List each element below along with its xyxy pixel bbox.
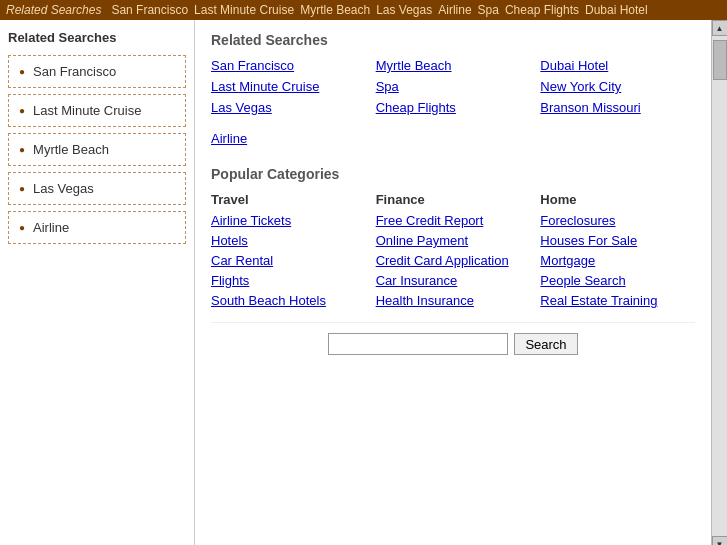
rs-link-col3-0[interactable]: Dubai Hotel: [540, 58, 695, 73]
topbar-link-5[interactable]: Spa: [478, 3, 499, 17]
cat-travel-link-4[interactable]: South Beach Hotels: [211, 293, 366, 308]
sidebar-item-label-3: Las Vegas: [33, 181, 94, 196]
rs-link-col2-1[interactable]: Spa: [376, 79, 531, 94]
cat-finance-link-2[interactable]: Credit Card Application: [376, 253, 531, 268]
sidebar-item-0[interactable]: ● San Francisco: [8, 55, 186, 88]
cat-travel-link-1[interactable]: Hotels: [211, 233, 366, 248]
top-bar-label: Related Searches: [6, 3, 101, 17]
cat-finance-link-0[interactable]: Free Credit Report: [376, 213, 531, 228]
topbar-link-7[interactable]: Dubai Hotel: [585, 3, 648, 17]
rs-link-col2-2[interactable]: Cheap Flights: [376, 100, 531, 115]
topbar-link-6[interactable]: Cheap Flights: [505, 3, 579, 17]
cat-links-finance: Free Credit Report Online Payment Credit…: [376, 213, 531, 308]
sidebar-item-4[interactable]: ● Airline: [8, 211, 186, 244]
sidebar-item-label-0: San Francisco: [33, 64, 116, 79]
cat-finance-link-3[interactable]: Car Insurance: [376, 273, 531, 288]
sidebar-item-label-4: Airline: [33, 220, 69, 235]
rs-link-col1-2[interactable]: Las Vegas: [211, 100, 366, 115]
sidebar-item-2[interactable]: ● Myrtle Beach: [8, 133, 186, 166]
cat-finance-link-4[interactable]: Health Insurance: [376, 293, 531, 308]
bullet-icon-4: ●: [19, 222, 25, 233]
bullet-icon-3: ●: [19, 183, 25, 194]
scrollbar: ▲ ▼: [711, 20, 727, 545]
topbar-link-3[interactable]: Las Vegas: [376, 3, 432, 17]
cat-finance-link-1[interactable]: Online Payment: [376, 233, 531, 248]
cat-home-link-1[interactable]: Houses For Sale: [540, 233, 695, 248]
cat-home-link-0[interactable]: Foreclosures: [540, 213, 695, 228]
cat-travel-link-0[interactable]: Airline Tickets: [211, 213, 366, 228]
bullet-icon-1: ●: [19, 105, 25, 116]
search-button[interactable]: Search: [514, 333, 577, 355]
cat-header-home: Home: [540, 192, 695, 207]
cat-home-link-4[interactable]: Real Estate Training: [540, 293, 695, 308]
sidebar-item-label-2: Myrtle Beach: [33, 142, 109, 157]
cat-home-link-3[interactable]: People Search: [540, 273, 695, 288]
cat-links-travel: Airline Tickets Hotels Car Rental Flight…: [211, 213, 366, 308]
category-home: Home Foreclosures Houses For Sale Mortga…: [540, 192, 695, 308]
search-input[interactable]: [328, 333, 508, 355]
cat-travel-link-3[interactable]: Flights: [211, 273, 366, 288]
scroll-up-button[interactable]: ▲: [712, 20, 728, 36]
rs-airline-link-wrapper: Airline: [211, 131, 695, 146]
categories-grid: Travel Airline Tickets Hotels Car Rental…: [211, 192, 695, 308]
related-searches-grid: San Francisco Myrtle Beach Dubai Hotel L…: [211, 58, 695, 115]
rs-link-col3-2[interactable]: Branson Missouri: [540, 100, 695, 115]
related-searches-section: Related Searches San Francisco Myrtle Be…: [211, 32, 695, 146]
search-bar: Search: [211, 322, 695, 361]
cat-links-home: Foreclosures Houses For Sale Mortgage Pe…: [540, 213, 695, 308]
rs-extra-link[interactable]: Airline: [211, 131, 247, 146]
sidebar-title: Related Searches: [8, 30, 186, 45]
top-bar: Related Searches San Francisco Last Minu…: [0, 0, 727, 20]
rs-link-col3-1[interactable]: New York City: [540, 79, 695, 94]
rs-link-col2-0[interactable]: Myrtle Beach: [376, 58, 531, 73]
rs-link-col1-0[interactable]: San Francisco: [211, 58, 366, 73]
cat-travel-link-2[interactable]: Car Rental: [211, 253, 366, 268]
sidebar-item-label-1: Last Minute Cruise: [33, 103, 141, 118]
popular-categories-section: Popular Categories Travel Airline Ticket…: [211, 166, 695, 361]
related-searches-title: Related Searches: [211, 32, 695, 48]
topbar-link-4[interactable]: Airline: [438, 3, 471, 17]
rs-link-col1-1[interactable]: Last Minute Cruise: [211, 79, 366, 94]
category-finance: Finance Free Credit Report Online Paymen…: [376, 192, 531, 308]
topbar-link-0[interactable]: San Francisco: [111, 3, 188, 17]
scroll-down-button[interactable]: ▼: [712, 536, 728, 545]
cat-header-travel: Travel: [211, 192, 366, 207]
popular-categories-title: Popular Categories: [211, 166, 695, 182]
bullet-icon-2: ●: [19, 144, 25, 155]
topbar-link-2[interactable]: Myrtle Beach: [300, 3, 370, 17]
cat-home-link-2[interactable]: Mortgage: [540, 253, 695, 268]
bullet-icon-0: ●: [19, 66, 25, 77]
sidebar: Related Searches ● San Francisco ● Last …: [0, 20, 195, 545]
category-travel: Travel Airline Tickets Hotels Car Rental…: [211, 192, 366, 308]
sidebar-item-3[interactable]: ● Las Vegas: [8, 172, 186, 205]
topbar-link-1[interactable]: Last Minute Cruise: [194, 3, 294, 17]
cat-header-finance: Finance: [376, 192, 531, 207]
scroll-thumb[interactable]: [713, 40, 727, 80]
sidebar-item-1[interactable]: ● Last Minute Cruise: [8, 94, 186, 127]
content-area: Related Searches San Francisco Myrtle Be…: [195, 20, 711, 545]
